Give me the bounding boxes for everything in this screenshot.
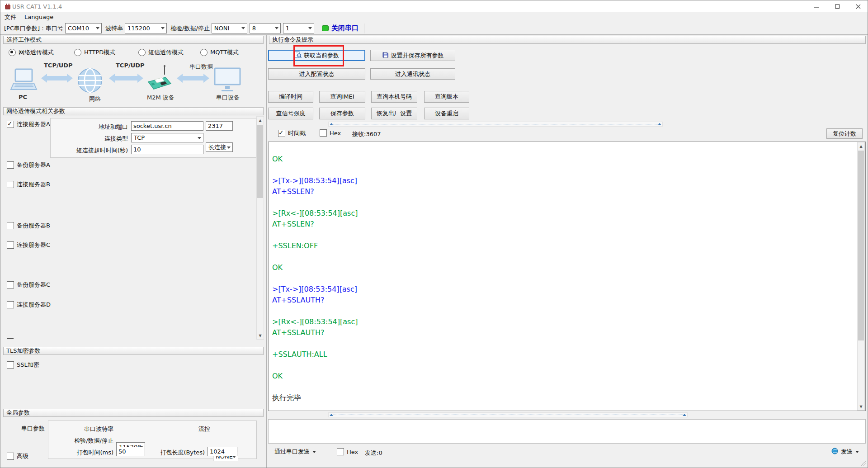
scrollbar-thumb[interactable] bbox=[858, 151, 864, 340]
node-label-pc: PC bbox=[19, 94, 27, 100]
scrollbar-thumb[interactable] bbox=[257, 125, 263, 198]
checkbox-server-b[interactable]: 连接服务器B bbox=[7, 180, 50, 189]
scroll-up-icon[interactable]: ▲ bbox=[858, 142, 864, 150]
scroll-up-icon[interactable]: ▲ bbox=[257, 117, 264, 124]
send-button[interactable]: 发送 bbox=[831, 448, 859, 456]
reset-counter-button[interactable]: 复位计数 bbox=[826, 128, 863, 139]
checkbox-icon[interactable] bbox=[7, 161, 14, 169]
slider-left-icon[interactable] bbox=[330, 414, 333, 416]
log-vertical-scrollbar[interactable]: ▲ ▼ bbox=[857, 142, 865, 411]
query-signal-button[interactable]: 查信号强度 bbox=[268, 108, 313, 119]
checkbox-icon[interactable] bbox=[278, 130, 285, 137]
send-input-area[interactable] bbox=[268, 419, 866, 444]
checkbox-backup-b[interactable]: 备份服务器B bbox=[7, 222, 50, 230]
radio-sms[interactable]: 短信透传模式 bbox=[138, 48, 184, 57]
query-imei-button[interactable]: 查询IMEI bbox=[319, 91, 365, 103]
baud-select[interactable]: 115200 bbox=[125, 23, 167, 33]
device-restart-button[interactable]: 设备重启 bbox=[424, 108, 469, 119]
toolbar-separator bbox=[318, 24, 318, 33]
send-horizontal-scrollbar[interactable] bbox=[328, 412, 688, 417]
baud-label: 波特率 bbox=[105, 24, 123, 33]
checkbox-server-a[interactable]: 连接服务器A bbox=[7, 120, 50, 128]
save-params-button[interactable]: 保存参数 bbox=[319, 108, 365, 119]
stopbits-select[interactable]: 1 bbox=[283, 23, 314, 33]
send-via-serial-dropdown[interactable]: 通过串口发送 bbox=[274, 448, 316, 456]
conn-type-select[interactable]: TCP bbox=[131, 133, 203, 142]
app-window: USR-CAT1 V1.1.4 文件 Language [PC串口参数]：串口号… bbox=[0, 0, 868, 468]
minimize-button[interactable] bbox=[806, 0, 827, 12]
slider-left-icon[interactable] bbox=[330, 123, 333, 125]
checkbox-backup-c[interactable]: 备份服务器C bbox=[7, 281, 50, 289]
radio-icon[interactable] bbox=[138, 49, 146, 56]
checkbox-ssl[interactable]: SSL加密 bbox=[7, 361, 39, 369]
log-line: +SSLEN:OFF bbox=[272, 241, 862, 251]
log-line bbox=[272, 165, 862, 175]
maximize-button[interactable] bbox=[827, 0, 848, 12]
close-port-button[interactable]: 关闭串口 bbox=[331, 24, 359, 33]
checkbox-server-d[interactable]: 连接服务器D bbox=[7, 301, 51, 309]
checkbox-icon[interactable] bbox=[7, 453, 14, 460]
compile-time-button[interactable]: 编译时间 bbox=[268, 91, 313, 103]
log-line: AT+SSLAUTH? bbox=[272, 295, 862, 306]
query-phone-button[interactable]: 查询本机号码 bbox=[371, 91, 417, 103]
com-port-select[interactable]: COM10 bbox=[65, 23, 102, 33]
server-a-address-input[interactable] bbox=[131, 121, 203, 131]
checkbox-icon[interactable] bbox=[7, 222, 14, 229]
short-conn-timeout-input[interactable] bbox=[131, 145, 203, 154]
databits-select[interactable]: 8 bbox=[250, 23, 281, 33]
tls-group-header: TLS加密参数 bbox=[3, 347, 264, 355]
keepalive-select[interactable]: 长连接 bbox=[206, 142, 233, 152]
radio-icon[interactable] bbox=[74, 49, 81, 56]
checkbox-backup-a[interactable]: 备份服务器A bbox=[7, 161, 50, 169]
checkbox-icon[interactable] bbox=[7, 241, 14, 249]
checkbox-icon[interactable] bbox=[7, 281, 14, 288]
pack-len-input[interactable] bbox=[208, 447, 237, 456]
checkbox-timestamp[interactable]: 时间戳 bbox=[278, 129, 306, 137]
set-save-params-button[interactable]: 设置并保存所有参数 bbox=[370, 50, 455, 61]
enter-comm-button[interactable]: 进入通讯状态 bbox=[370, 68, 455, 80]
log-line bbox=[272, 360, 862, 371]
enter-config-button[interactable]: 进入配置状态 bbox=[268, 68, 365, 80]
resize-grip[interactable] bbox=[860, 460, 866, 466]
server-a-port-input[interactable] bbox=[206, 121, 233, 131]
radio-icon[interactable] bbox=[9, 49, 16, 56]
parity-select[interactable]: NONI bbox=[212, 23, 247, 33]
arrow-net-m2m-icon bbox=[108, 73, 144, 85]
factory-reset-button[interactable]: 恢复出厂设置 bbox=[371, 108, 417, 119]
radio-net-transparent[interactable]: 网络透传模式 bbox=[9, 48, 54, 57]
checkbox-icon[interactable] bbox=[320, 129, 327, 137]
log-body: OK>[Tx->][08:53:54][asc]AT+SSLEN?>[Rx<-]… bbox=[269, 142, 865, 403]
query-version-button[interactable]: 查询版本 bbox=[424, 91, 469, 103]
window-controls bbox=[806, 0, 868, 12]
radio-httpd[interactable]: HTTPD模式 bbox=[74, 48, 115, 57]
link-label-serial: 串口数据 bbox=[189, 63, 213, 71]
checkbox-server-c[interactable]: 连接服务器C bbox=[7, 241, 50, 249]
checkbox-hex-recv[interactable]: Hex bbox=[320, 129, 341, 137]
get-params-button[interactable]: 获取当前参数 bbox=[268, 50, 365, 61]
node-label-serial-device: 串口设备 bbox=[216, 94, 240, 102]
checkbox-icon[interactable] bbox=[7, 361, 14, 369]
checkbox-icon[interactable] bbox=[337, 448, 344, 455]
slider-right-icon[interactable] bbox=[658, 123, 661, 125]
scroll-down-icon[interactable]: ▼ bbox=[858, 403, 864, 410]
menu-language[interactable]: Language bbox=[20, 12, 57, 22]
scroll-down-icon[interactable]: ▼ bbox=[257, 332, 264, 339]
pack-time-input[interactable] bbox=[116, 447, 145, 456]
close-button[interactable] bbox=[848, 0, 868, 12]
menu-file[interactable]: 文件 bbox=[0, 12, 20, 22]
commands-group-header: 执行命令及提示 bbox=[269, 36, 866, 44]
log-horizontal-scrollbar[interactable] bbox=[328, 122, 663, 127]
slider-right-icon[interactable] bbox=[683, 414, 686, 416]
checkbox-advanced[interactable]: 高级 bbox=[7, 452, 28, 460]
netparams-scrollbar[interactable]: ▲ ▼ bbox=[256, 116, 264, 340]
radio-icon[interactable] bbox=[200, 49, 208, 56]
log-line bbox=[272, 197, 862, 208]
log-line bbox=[272, 230, 862, 241]
checkbox-icon[interactable] bbox=[7, 301, 14, 308]
checkbox-icon[interactable] bbox=[7, 181, 14, 188]
checkbox-icon[interactable] bbox=[7, 121, 14, 128]
radio-mqtt[interactable]: MQTT模式 bbox=[200, 48, 239, 57]
log-area[interactable]: OK>[Tx->][08:53:54][asc]AT+SSLEN?>[Rx<-]… bbox=[268, 142, 866, 411]
checkbox-hex-send[interactable]: Hex bbox=[337, 448, 358, 455]
monitor-icon bbox=[213, 67, 242, 95]
